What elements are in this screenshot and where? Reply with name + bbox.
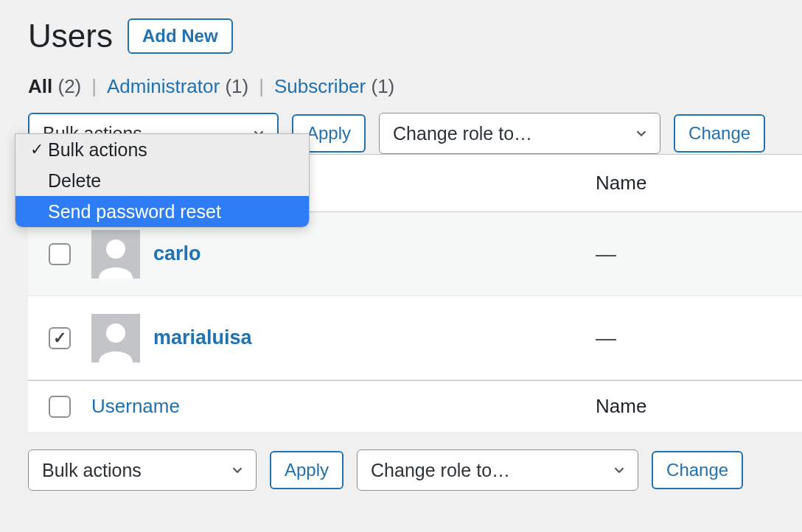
filter-subscriber-count: (1)	[371, 75, 394, 97]
bulk-option-delete[interactable]: Delete	[15, 165, 309, 196]
filter-subscriber[interactable]: Subscriber	[274, 75, 366, 97]
filter-all-count: (2)	[57, 75, 81, 97]
filter-administrator-count: (1)	[225, 75, 248, 97]
filter-separator: |	[253, 75, 270, 98]
role-filters: All (2) | Administrator (1) | Subscriber…	[28, 75, 802, 98]
bulk-actions-select-bottom[interactable]: Bulk actions	[28, 449, 257, 491]
change-role-label: Change role to…	[371, 460, 510, 481]
page-title: Users	[28, 18, 113, 55]
add-new-button[interactable]: Add New	[128, 18, 233, 54]
change-button-bottom[interactable]: Change	[652, 451, 743, 489]
filter-all[interactable]: All	[28, 75, 52, 97]
username-link[interactable]: carlo	[153, 242, 201, 265]
name-cell: —	[596, 242, 616, 265]
change-role-select-top[interactable]: Change role to…	[379, 113, 660, 154]
bulk-option-label: Delete	[48, 170, 101, 192]
chevron-down-icon	[633, 125, 649, 141]
table-footer: Username Name	[28, 380, 802, 432]
username-link[interactable]: marialuisa	[153, 326, 252, 349]
bulk-action-selected-label: Bulk actions	[42, 460, 142, 481]
bulk-option-bulk-actions[interactable]: ✓ Bulk actions	[15, 134, 309, 165]
avatar	[91, 314, 140, 363]
bulk-option-send-password-reset[interactable]: Send password reset	[15, 196, 309, 227]
check-icon: ✓	[26, 140, 48, 159]
bulk-actions-dropdown: ✓ Bulk actions Delete Send password rese…	[15, 133, 310, 228]
filter-separator: |	[86, 75, 102, 98]
row-checkbox[interactable]	[49, 327, 71, 349]
apply-button-bottom[interactable]: Apply	[270, 451, 344, 489]
avatar	[91, 230, 140, 279]
svg-point-3	[106, 323, 125, 343]
column-username-footer[interactable]: Username	[91, 395, 180, 418]
select-all-checkbox-bottom[interactable]	[49, 396, 71, 418]
svg-point-1	[106, 239, 125, 259]
column-name-header: Name	[596, 172, 802, 195]
filter-administrator[interactable]: Administrator	[107, 75, 220, 97]
chevron-down-icon	[611, 462, 627, 478]
column-name-footer: Name	[596, 395, 802, 418]
table-row: marialuisa —	[28, 296, 802, 380]
change-role-label: Change role to…	[393, 123, 532, 144]
name-cell: —	[596, 326, 616, 349]
bulk-option-label: Bulk actions	[48, 139, 147, 161]
row-checkbox[interactable]	[49, 243, 71, 265]
bulk-option-label: Send password reset	[48, 201, 221, 223]
change-button-top[interactable]: Change	[674, 114, 765, 153]
chevron-down-icon	[229, 462, 245, 478]
change-role-select-bottom[interactable]: Change role to…	[357, 449, 638, 491]
